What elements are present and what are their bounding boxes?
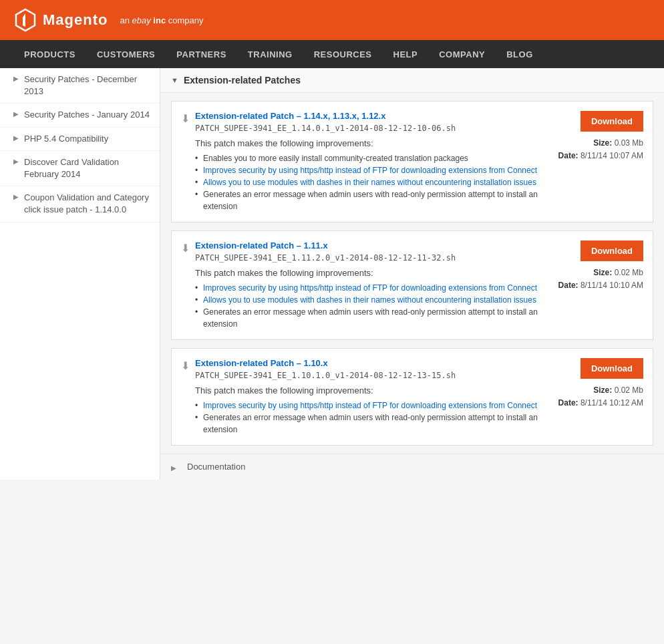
sidebar-item-php[interactable]: ▶ PHP 5.4 Compatibility bbox=[0, 128, 160, 151]
main-nav: PRODUCTS CUSTOMERS PARTNERS TRAINING RES… bbox=[0, 40, 664, 68]
patch-card-2: ⬇ Extension-related Patch – 1.11.x PATCH… bbox=[171, 230, 653, 340]
nav-item-blog[interactable]: BLOG bbox=[496, 40, 544, 68]
sidebar-item-label: Security Patches - December 2013 bbox=[24, 73, 152, 98]
patch-details-1: Extension-related Patch – 1.14.x, 1.13.x… bbox=[195, 111, 558, 212]
patch-date-1: Date: 8/11/14 10:07 AM bbox=[558, 150, 643, 162]
bullet-item: Improves security by using https/http in… bbox=[195, 282, 545, 294]
patch-description-2: This patch makes the following improveme… bbox=[195, 268, 545, 278]
bullet-link[interactable]: Improves security by using https/http in… bbox=[203, 401, 537, 410]
tree-nav: ▶ Security Patches - December 2013 ▶ Sec… bbox=[0, 68, 160, 222]
bullet-link[interactable]: Allows you to use modules with dashes in… bbox=[203, 295, 536, 305]
bullet-item: Generates an error message when admin us… bbox=[195, 188, 545, 212]
bullet-link[interactable]: Improves security by using https/http in… bbox=[203, 166, 537, 175]
patch-actions-3: Download Size: 0.02 Mb Date: 8/11/14 10:… bbox=[558, 358, 643, 410]
nav-item-company[interactable]: COMPANY bbox=[428, 40, 496, 68]
patch-bullets-2: Improves security by using https/http in… bbox=[195, 282, 545, 330]
patch-date-2: Date: 8/11/14 10:10 AM bbox=[558, 279, 643, 292]
download-button-2[interactable]: Download bbox=[580, 240, 643, 261]
patch-title-link-1[interactable]: Extension-related Patch – 1.14.x, 1.13.x… bbox=[195, 111, 385, 121]
sidebar-item-coupon[interactable]: ▶ Coupon Validation and Category click i… bbox=[0, 186, 160, 222]
sidebar: ▶ Security Patches - December 2013 ▶ Sec… bbox=[0, 68, 160, 480]
sidebar-item-label: Coupon Validation and Category click iss… bbox=[24, 192, 152, 216]
nav-item-customers[interactable]: CUSTOMERS bbox=[86, 40, 166, 68]
sidebar-item-discover[interactable]: ▶ Discover Card Validation February 2014 bbox=[0, 151, 160, 186]
patch-details-2: Extension-related Patch – 1.11.x PATCH_S… bbox=[195, 240, 558, 330]
magento-logo-icon bbox=[13, 8, 37, 32]
bullet-item: Improves security by using https/http in… bbox=[195, 399, 545, 412]
patch-filename-1: PATCH_SUPEE-3941_EE_1.14.0.1_v1-2014-08-… bbox=[195, 124, 545, 133]
chevron-right-icon: ▶ bbox=[13, 110, 19, 118]
nav-item-products[interactable]: PRODUCTS bbox=[13, 40, 86, 68]
patch-actions-2: Download Size: 0.02 Mb Date: 8/11/14 10:… bbox=[558, 240, 643, 292]
section-title: Extension-related Patches bbox=[184, 75, 301, 86]
patch-size-3: Size: 0.02 Mb bbox=[558, 384, 643, 397]
patch-card-3: ⬇ Extension-related Patch – 1.10.x PATCH… bbox=[171, 348, 653, 446]
ebay-tagline: an ebay inc company bbox=[120, 15, 203, 25]
patch-meta-1: Size: 0.03 Mb Date: 8/11/14 10:07 AM bbox=[558, 137, 643, 162]
nav-item-help[interactable]: HELP bbox=[383, 40, 429, 68]
bullet-item: Improves security by using https/http in… bbox=[195, 164, 545, 176]
patch-filename-3: PATCH_SUPEE-3941_EE_1.10.1.0_v1-2014-08-… bbox=[195, 371, 545, 380]
patch-description-3: This patch makes the following improveme… bbox=[195, 385, 545, 395]
svg-marker-1 bbox=[23, 13, 25, 27]
bullet-item: Enables you to more easily install commu… bbox=[195, 152, 545, 164]
patch-size-1: Size: 0.03 Mb bbox=[558, 137, 643, 150]
documentation-item[interactable]: ▶ Documentation bbox=[160, 454, 664, 480]
chevron-right-icon: ▶ bbox=[13, 75, 19, 82]
sidebar-item-label: PHP 5.4 Compatibility bbox=[24, 133, 108, 145]
patch-size-2: Size: 0.02 Mb bbox=[558, 267, 643, 279]
bullet-item: Allows you to use modules with dashes in… bbox=[195, 176, 545, 188]
chevron-down-icon: ▼ bbox=[171, 76, 178, 84]
sidebar-item-security-dec[interactable]: ▶ Security Patches - December 2013 bbox=[0, 68, 160, 104]
patch-meta-2: Size: 0.02 Mb Date: 8/11/14 10:10 AM bbox=[558, 267, 643, 292]
sidebar-item-label: Security Patches - January 2014 bbox=[24, 109, 150, 121]
magento-wordmark: Magento bbox=[43, 11, 108, 29]
patch-date-3: Date: 8/11/14 10:12 AM bbox=[558, 397, 643, 410]
nav-item-resources[interactable]: RESOURCES bbox=[303, 40, 383, 68]
content-panel: ▼ Extension-related Patches ⬇ Extension-… bbox=[160, 68, 664, 480]
bullet-item: Generates an error message when admin us… bbox=[195, 306, 545, 330]
patch-actions-1: Download Size: 0.03 Mb Date: 8/11/14 10:… bbox=[558, 111, 643, 162]
logo[interactable]: Magento an ebay inc company bbox=[13, 8, 204, 32]
download-button-1[interactable]: Download bbox=[580, 111, 643, 132]
patch-title-link-2[interactable]: Extension-related Patch – 1.11.x bbox=[195, 240, 328, 251]
main-content: ▶ Security Patches - December 2013 ▶ Sec… bbox=[0, 68, 664, 644]
extension-patches-section-header[interactable]: ▼ Extension-related Patches bbox=[160, 68, 664, 93]
patch-bullets-1: Enables you to more easily install commu… bbox=[195, 152, 545, 212]
chevron-right-icon: ▶ bbox=[13, 193, 19, 200]
bullet-link[interactable]: Improves security by using https/http in… bbox=[203, 283, 537, 293]
chevron-right-icon: ▶ bbox=[171, 464, 176, 472]
bullet-item: Generates an error message when admin us… bbox=[195, 412, 545, 436]
patch-title-link-3[interactable]: Extension-related Patch – 1.10.x bbox=[195, 358, 328, 368]
patch-filename-2: PATCH_SUPEE-3941_EE_1.11.2.0_v1-2014-08-… bbox=[195, 253, 545, 263]
patch-details-3: Extension-related Patch – 1.10.x PATCH_S… bbox=[195, 358, 558, 436]
sidebar-item-security-jan[interactable]: ▶ Security Patches - January 2014 bbox=[0, 104, 160, 127]
patch-bullets-3: Improves security by using https/http in… bbox=[195, 399, 545, 436]
patch-card-1: ⬇ Extension-related Patch – 1.14.x, 1.13… bbox=[171, 101, 653, 222]
nav-item-partners[interactable]: PARTNERS bbox=[166, 40, 237, 68]
download-file-icon: ⬇ bbox=[181, 242, 190, 255]
bullet-link[interactable]: Allows you to use modules with dashes in… bbox=[203, 178, 536, 187]
chevron-right-icon: ▶ bbox=[13, 158, 19, 165]
download-file-icon: ⬇ bbox=[181, 112, 190, 125]
patch-meta-3: Size: 0.02 Mb Date: 8/11/14 10:12 AM bbox=[558, 384, 643, 410]
site-header: Magento an ebay inc company bbox=[0, 0, 664, 40]
documentation-label: Documentation bbox=[187, 461, 245, 473]
nav-item-training[interactable]: TRAINING bbox=[237, 40, 303, 68]
chevron-right-icon: ▶ bbox=[13, 134, 19, 142]
bullet-item: Allows you to use modules with dashes in… bbox=[195, 294, 545, 306]
download-file-icon: ⬇ bbox=[181, 359, 190, 372]
patch-description-1: This patch makes the following improveme… bbox=[195, 138, 545, 148]
sidebar-item-label: Discover Card Validation February 2014 bbox=[24, 156, 152, 180]
download-button-3[interactable]: Download bbox=[580, 358, 643, 379]
